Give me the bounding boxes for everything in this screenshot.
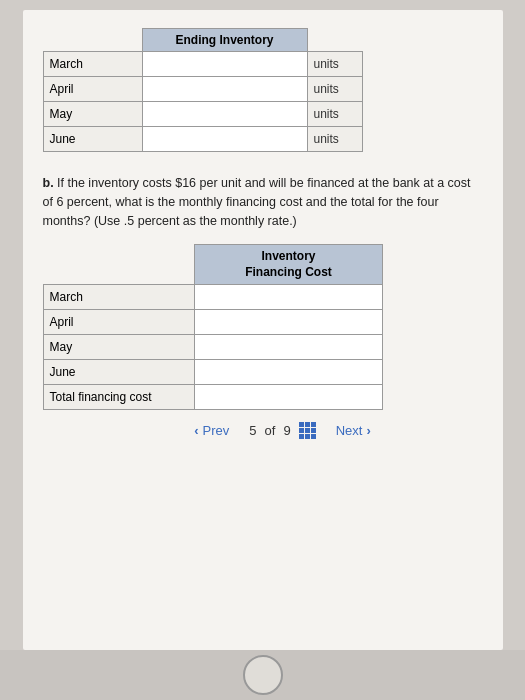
table-row: Total financing cost xyxy=(43,385,382,410)
may-financing-input[interactable] xyxy=(195,335,382,360)
of-label: of xyxy=(265,423,276,438)
bottom-bar xyxy=(0,650,525,700)
total-label: Total financing cost xyxy=(43,385,195,410)
units-label: units xyxy=(307,77,362,102)
table-row: March xyxy=(43,285,382,310)
total-financing-input[interactable] xyxy=(195,385,382,410)
navigation-bar: ‹ Prev 5 of 9 Next › xyxy=(43,410,523,447)
may-ending-input[interactable] xyxy=(142,102,307,127)
table-row: March units xyxy=(43,52,362,77)
units-label: units xyxy=(307,52,362,77)
prev-button[interactable]: ‹ Prev xyxy=(194,423,229,438)
month-label: April xyxy=(43,310,195,335)
table-row: June xyxy=(43,360,382,385)
month-label: March xyxy=(43,285,195,310)
april-ending-input[interactable] xyxy=(142,77,307,102)
table-row: May units xyxy=(43,102,362,127)
part-b-text: If the inventory costs $16 per unit and … xyxy=(43,176,471,228)
units-label: units xyxy=(307,102,362,127)
month-label: May xyxy=(43,335,195,360)
month-label: May xyxy=(43,102,142,127)
page-current: 5 xyxy=(249,423,256,438)
page-content: Ending Inventory March units April units… xyxy=(23,10,503,650)
june-ending-input[interactable] xyxy=(142,127,307,152)
ending-inventory-header: Ending Inventory xyxy=(142,29,307,52)
table-row: June units xyxy=(43,127,362,152)
march-financing-input[interactable] xyxy=(195,285,382,310)
month-label: April xyxy=(43,77,142,102)
table-row: May xyxy=(43,335,382,360)
part-b-description: b. If the inventory costs $16 per unit a… xyxy=(43,174,483,230)
units-label: units xyxy=(307,127,362,152)
june-financing-input[interactable] xyxy=(195,360,382,385)
prev-chevron-icon: ‹ xyxy=(194,423,198,438)
prev-label: Prev xyxy=(203,423,230,438)
part-b-label: b. xyxy=(43,176,54,190)
page-info: 5 of 9 xyxy=(249,422,315,439)
financing-cost-table: InventoryFinancing Cost March April May … xyxy=(43,244,383,410)
table-row: April xyxy=(43,310,382,335)
next-label: Next xyxy=(336,423,363,438)
next-chevron-icon: › xyxy=(366,423,370,438)
month-label: June xyxy=(43,127,142,152)
april-financing-input[interactable] xyxy=(195,310,382,335)
financing-cost-header: InventoryFinancing Cost xyxy=(195,245,382,285)
home-button[interactable] xyxy=(243,655,283,695)
table-row: April units xyxy=(43,77,362,102)
grid-icon[interactable] xyxy=(299,422,316,439)
page-total: 9 xyxy=(283,423,290,438)
next-button[interactable]: Next › xyxy=(336,423,371,438)
ending-inventory-table: Ending Inventory March units April units… xyxy=(43,28,363,152)
march-ending-input[interactable] xyxy=(142,52,307,77)
month-label: March xyxy=(43,52,142,77)
month-label: June xyxy=(43,360,195,385)
